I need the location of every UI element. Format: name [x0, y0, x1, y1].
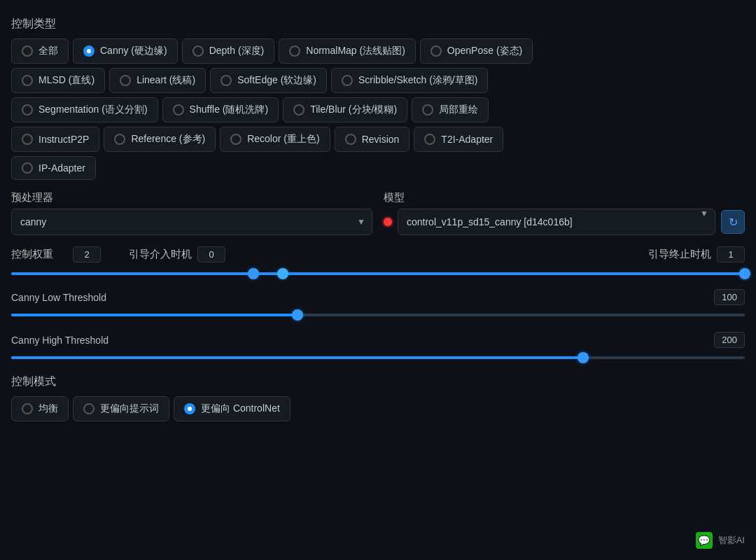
radio-label-softedge: SoftEdge (软边缘) [237, 74, 316, 87]
radio-circle-reference [114, 134, 125, 145]
radio-circle-depth [192, 46, 204, 57]
guidance-start-thumb[interactable] [277, 268, 288, 279]
radio-normalmap[interactable]: NormalMap (法线贴图) [279, 38, 416, 64]
radio-circle-lineart [120, 75, 131, 86]
control-type-row-3: Segmentation (语义分割) Shuffle (随机洗牌) Tile/… [11, 97, 745, 122]
radio-circle-softedge [220, 75, 232, 86]
radio-circle-all [22, 46, 33, 57]
preprocessor-select[interactable]: canny [11, 209, 372, 235]
guidance-start-value[interactable]: 0 [197, 246, 225, 262]
radio-canny[interactable]: Canny (硬边缘) [73, 38, 178, 64]
model-group: 模型 control_v11p_sd15_canny [d14c016b] ▼ … [384, 191, 745, 235]
model-select-wrapper: control_v11p_sd15_canny [d14c016b] ▼ [398, 209, 715, 235]
radio-circle-mlsd [22, 75, 33, 86]
radio-revision[interactable]: Revision [335, 127, 410, 152]
preprocessor-group: 预处理器 canny ▼ [11, 191, 372, 235]
model-select[interactable]: control_v11p_sd15_canny [d14c016b] [398, 209, 715, 235]
wechat-icon: 💬 [696, 532, 713, 549]
canny-high-thumb[interactable] [578, 352, 589, 363]
radio-recolor[interactable]: Recolor (重上色) [220, 127, 330, 152]
radio-localrepaint[interactable]: 局部重绘 [412, 97, 489, 122]
guidance-end-label: 引导终止时机 [648, 248, 711, 261]
radio-depth[interactable]: Depth (深度) [182, 38, 275, 64]
radio-label-segmentation: Segmentation (语义分割) [38, 104, 148, 116]
control-type-section: 控制类型 全部 Canny (硬边缘) Depth (深度) NormalMap… [11, 17, 745, 180]
radio-label-reference: Reference (参考) [131, 133, 205, 146]
preprocessor-model-row: 预处理器 canny ▼ 模型 control_v11p_sd15_canny … [11, 191, 745, 235]
radio-label-t2i: T2I-Adapter [441, 134, 493, 145]
control-type-row-1: 全部 Canny (硬边缘) Depth (深度) NormalMap (法线贴… [11, 38, 745, 64]
radio-label-instructp2p: InstructP2P [38, 134, 89, 145]
radio-label-mlsd: MLSD (直线) [38, 74, 94, 87]
radio-controlnet[interactable]: 更偏向 ControlNet [174, 396, 290, 421]
radio-circle-balanced [22, 403, 33, 414]
control-weight-label: 控制权重 [11, 248, 67, 261]
radio-segmentation[interactable]: Segmentation (语义分割) [11, 97, 158, 122]
radio-circle-segmentation [22, 104, 33, 115]
radio-softedge[interactable]: SoftEdge (软边缘) [210, 68, 327, 93]
radio-all[interactable]: 全部 [11, 38, 69, 64]
canny-low-thumb[interactable] [292, 309, 303, 321]
control-mode-label: 控制模式 [11, 374, 745, 389]
slider-labels-row: 控制权重 2 引导介入时机 0 引导终止时机 1 [11, 246, 745, 262]
control-weight-value[interactable]: 2 [73, 246, 101, 262]
radio-label-balanced: 均衡 [38, 402, 58, 415]
radio-circle-instructp2p [22, 134, 33, 145]
radio-mlsd[interactable]: MLSD (直线) [11, 68, 105, 93]
radio-t2i[interactable]: T2I-Adapter [414, 127, 503, 152]
radio-circle-localrepaint [422, 104, 433, 115]
control-mode-section: 控制模式 均衡 更偏向提示词 更偏向 ControlNet [11, 374, 745, 421]
radio-balanced[interactable]: 均衡 [11, 396, 69, 421]
radio-label-controlnet: 更偏向 ControlNet [201, 402, 280, 415]
radio-circle-openpose [430, 46, 442, 57]
radio-circle-canny [83, 46, 94, 57]
guidance-start-label: 引导介入时机 [129, 248, 192, 261]
canny-low-section: Canny Low Threshold 100 [11, 289, 745, 322]
canny-high-track-container [11, 351, 745, 365]
radio-label-recolor: Recolor (重上色) [247, 133, 319, 146]
radio-circle-shuffle [173, 104, 184, 115]
radio-scribble[interactable]: Scribble/Sketch (涂鸦/草图) [331, 68, 488, 93]
radio-label-prompt: 更偏向提示词 [100, 402, 159, 415]
radio-reference[interactable]: Reference (参考) [104, 127, 216, 152]
canny-high-section: Canny High Threshold 200 [11, 332, 745, 365]
radio-lineart[interactable]: Lineart (线稿) [109, 68, 206, 93]
radio-circle-normalmap [289, 46, 300, 57]
radio-label-tileblur: Tile/Blur (分块/模糊) [310, 104, 397, 116]
radio-prompt[interactable]: 更偏向提示词 [73, 396, 169, 421]
control-type-row-2: MLSD (直线) Lineart (线稿) SoftEdge (软边缘) Sc… [11, 68, 745, 93]
radio-label-normalmap: NormalMap (法线贴图) [306, 45, 405, 57]
radio-circle-controlnet [184, 403, 195, 414]
refresh-button[interactable]: ↻ [721, 210, 745, 234]
weight-slider-thumb[interactable] [248, 268, 259, 279]
canny-low-track-container [11, 308, 745, 322]
guidance-end-value[interactable]: 1 [717, 246, 745, 262]
radio-openpose[interactable]: OpenPose (姿态) [420, 38, 533, 64]
guidance-fill [253, 272, 745, 275]
radio-circle-scribble [342, 75, 353, 86]
guidance-start-pair: 引导介入时机 0 [129, 246, 225, 262]
canny-low-label-row: Canny Low Threshold 100 [11, 289, 745, 305]
radio-ipadapter[interactable]: IP-Adapter [11, 156, 96, 180]
guidance-end-thumb[interactable] [739, 268, 750, 279]
weight-fill [11, 272, 253, 275]
radio-shuffle[interactable]: Shuffle (随机洗牌) [162, 97, 279, 122]
red-dot-icon [384, 218, 392, 226]
radio-label-ipadapter: IP-Adapter [38, 162, 85, 174]
radio-label-canny: Canny (硬边缘) [100, 45, 167, 57]
control-type-row-4: InstructP2P Reference (参考) Recolor (重上色)… [11, 127, 745, 152]
control-type-label: 控制类型 [11, 17, 745, 31]
radio-circle-recolor [230, 134, 241, 145]
radio-label-localrepaint: 局部重绘 [439, 104, 478, 116]
radio-tileblur[interactable]: Tile/Blur (分块/模糊) [283, 97, 407, 122]
control-mode-row: 均衡 更偏向提示词 更偏向 ControlNet [11, 396, 745, 421]
canny-high-value[interactable]: 200 [714, 332, 745, 348]
radio-label-depth: Depth (深度) [209, 45, 265, 57]
control-type-row-5: IP-Adapter [11, 156, 745, 180]
radio-instructp2p[interactable]: InstructP2P [11, 127, 99, 152]
canny-low-value[interactable]: 100 [714, 289, 745, 305]
canny-low-fill [11, 314, 298, 316]
radio-circle-prompt [83, 403, 94, 414]
radio-label-all: 全部 [38, 45, 58, 57]
canny-high-fill [11, 356, 583, 359]
